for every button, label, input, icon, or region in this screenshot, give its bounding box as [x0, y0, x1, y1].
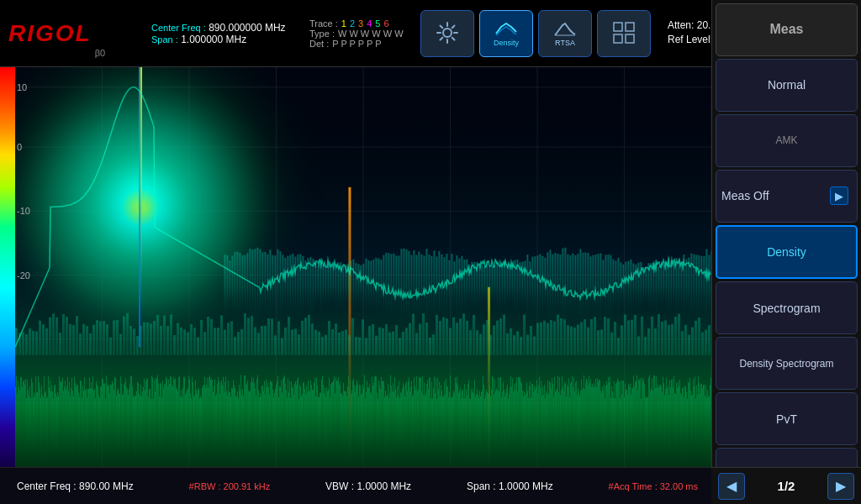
amk-button[interactable]: AMK — [716, 114, 858, 167]
svg-point-0 — [443, 29, 452, 37]
grid-button[interactable] — [597, 10, 651, 57]
rbw-label: #RBW : 200.91 kHz — [189, 481, 271, 491]
logo-sub: β0 — [95, 48, 105, 61]
next-page-button[interactable]: ▶ — [827, 473, 854, 500]
span-status: Span : 1.0000 MHz — [467, 480, 553, 492]
pvt-button[interactable]: PvT — [716, 392, 858, 445]
logo-area: RIGOL β0 — [0, 0, 143, 66]
center-freq-status: Center Freq : 890.00 MHz — [17, 480, 134, 492]
normal-button[interactable]: Normal — [716, 59, 858, 112]
center-freq-status-value: Center Freq : 890.00 MHz — [17, 480, 134, 492]
page-indicator: 1/2 — [778, 479, 795, 493]
density-button[interactable]: Density — [716, 225, 858, 280]
status-bar: Center Freq : 890.00 MHz #RBW : 200.91 k… — [0, 467, 711, 504]
vbw-status: VBW : 1.0000 MHz — [325, 480, 411, 492]
acq-label: #Acq Time : 32.00 ms — [609, 481, 698, 491]
y-label-neg20: -20 — [17, 270, 30, 281]
right-panel: Meas Normal AMK Meas Off ▶ Density Spect… — [711, 0, 861, 504]
trace-det-row: Det : P P P P P P — [309, 39, 405, 49]
density-spectrogram-button[interactable]: Density Spectrogram — [716, 337, 858, 390]
center-buttons: Density RTSA — [412, 0, 659, 66]
rigol-logo: RIGOL — [8, 20, 92, 47]
trace-numbers-row: Trace : 1 2 3 4 5 6 — [309, 18, 405, 29]
prev-page-button[interactable]: ◀ — [718, 473, 745, 500]
freq-info: Center Freq : 890.000000 MHz Span : 1.00… — [143, 0, 303, 66]
span-row: Span : 1.000000 MHz — [151, 34, 294, 45]
vbw-value: VBW : 1.0000 MHz — [325, 480, 411, 492]
y-label-neg10: -10 — [17, 206, 30, 216]
settings-button[interactable] — [420, 10, 474, 57]
rtsa-button[interactable]: RTSA — [538, 10, 592, 57]
span-value: Span : 1.0000 MHz — [467, 480, 553, 492]
svg-rect-4 — [614, 34, 622, 43]
colorbar — [0, 67, 15, 467]
spectrogram-button[interactable]: Spectrogram — [716, 281, 858, 334]
spectrum-canvas — [15, 67, 711, 467]
svg-rect-2 — [614, 23, 622, 31]
spectrum-container: 10 0 -10 -20 — [0, 67, 711, 467]
meas-off-arrow[interactable]: ▶ — [830, 186, 848, 205]
bottom-nav: ◀ 1/2 ▶ — [711, 467, 861, 504]
density-view-button[interactable]: Density — [479, 10, 533, 57]
meas-button[interactable]: Meas — [716, 3, 858, 56]
trace-type-row: Type : W W W W W W — [309, 29, 405, 39]
acq-status: #Acq Time : 32.00 ms — [609, 481, 698, 491]
svg-rect-3 — [626, 23, 634, 31]
spectrum-plot — [15, 67, 711, 467]
trace-area: Trace : 1 2 3 4 5 6 Type : W W W W W W D… — [303, 0, 412, 66]
y-label-0: 0 — [17, 142, 22, 152]
svg-rect-5 — [626, 34, 634, 43]
y-label-10: 10 — [17, 82, 27, 92]
center-freq-row: Center Freq : 890.000000 MHz — [151, 22, 294, 34]
meas-off-button[interactable]: Meas Off ▶ — [716, 170, 858, 223]
rbw-status: #RBW : 200.91 kHz — [189, 481, 271, 491]
